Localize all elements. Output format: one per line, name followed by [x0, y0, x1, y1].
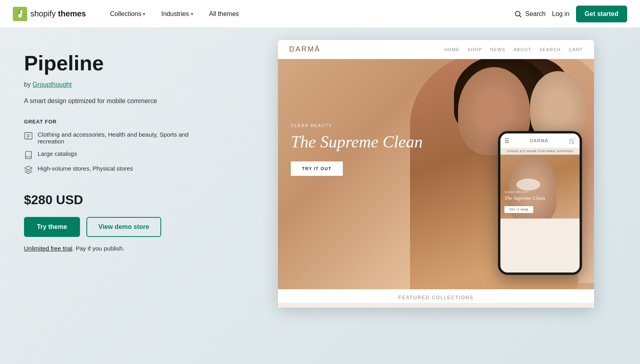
featured-collections-label: FEATURED COLLECTIONS — [278, 289, 594, 303]
page-content: Pipeline by Groupthought A smart design … — [0, 28, 640, 364]
mobile-hero-image: CLEAN BEAUTY The Supreme Clean TRY IT NO… — [500, 155, 580, 219]
theme-description: A smart design optimized for mobile comm… — [24, 96, 212, 106]
tag-icon — [24, 131, 33, 140]
collections-chevron-icon: ▾ — [143, 11, 145, 17]
free-trial-text: Unlimited free trial. Pay if you publish… — [24, 245, 212, 252]
store-nav: DARMĀ HOME SHOP NEWS ABOUT SEARCH CART — [278, 40, 594, 59]
login-link[interactable]: Log in — [552, 10, 570, 18]
mobile-hero-cta-button[interactable]: TRY IT NOW — [504, 206, 533, 213]
theme-preview: DARMĀ HOME SHOP NEWS ABOUT SEARCH CART — [278, 40, 594, 308]
industries-nav-item[interactable]: Industries ▾ — [153, 0, 201, 28]
hero-subtitle: CLEAN BEAUTY — [291, 123, 423, 128]
all-themes-nav-item[interactable]: All themes — [201, 0, 247, 28]
mobile-hero-title: The Supreme Clean — [504, 195, 545, 202]
hero-text-block: CLEAN BEAUTY The Supreme Clean TRY IT OU… — [291, 123, 423, 176]
nav-links: Collections ▾ Industries ▾ All themes — [102, 0, 514, 28]
store-hero: CLEAN BEAUTY The Supreme Clean TRY IT OU… — [278, 59, 594, 291]
svg-rect-3 — [25, 133, 32, 139]
main-nav: shopify themes Collections ▾ Industries … — [0, 0, 640, 28]
logo-text: shopify themes — [30, 9, 86, 18]
try-theme-button[interactable]: Try theme — [24, 217, 80, 237]
price-tag-icon — [24, 165, 33, 174]
great-for-item-2: High-volume stores, Physical stores — [24, 165, 212, 174]
search-link[interactable]: Search — [514, 10, 546, 18]
shopify-logo-icon — [13, 7, 27, 21]
theme-title: Pipeline — [24, 52, 212, 75]
mobile-promo: SPEND $75 MORE FOR FREE SHIPPING — [500, 148, 580, 155]
mobile-hero-subtitle: CLEAN BEAUTY — [504, 191, 545, 193]
price: $280 USD — [24, 193, 212, 207]
great-for-label: GREAT FOR — [24, 119, 212, 125]
logo[interactable]: shopify themes — [13, 7, 86, 21]
btn-row: Try theme View demo store — [24, 217, 212, 237]
mobile-hero-text: CLEAN BEAUTY The Supreme Clean TRY IT NO… — [504, 191, 545, 213]
mobile-preview: ☰ DARMĀ 🛒 SPEND $75 MORE FOR FREE SHIPPI… — [498, 131, 582, 275]
mobile-screen: ☰ DARMĀ 🛒 SPEND $75 MORE FOR FREE SHIPPI… — [500, 133, 580, 273]
mobile-cart-icon: 🛒 — [569, 137, 576, 144]
store-menu: HOME SHOP NEWS ABOUT SEARCH CART — [444, 47, 583, 52]
left-panel: Pipeline by Groupthought A smart design … — [0, 28, 232, 364]
great-for-item-1: Large catalogs — [24, 150, 212, 159]
nav-right: Search Log in Get started — [514, 6, 627, 22]
hero-cta-button[interactable]: TRY IT OUT — [291, 161, 343, 176]
get-started-button[interactable]: Get started — [576, 6, 627, 22]
industries-chevron-icon: ▾ — [191, 11, 193, 17]
book-icon — [24, 151, 33, 159]
mobile-hamburger-icon: ☰ — [504, 137, 510, 144]
mobile-cream-highlight — [516, 179, 540, 191]
free-trial-link[interactable]: Unlimited free trial — [24, 245, 72, 252]
svg-line-2 — [520, 15, 522, 17]
mobile-store-nav: ☰ DARMĀ 🛒 — [500, 133, 580, 148]
great-for-item-0: Clothing and accessories, Health and bea… — [24, 131, 212, 145]
great-for-list: Clothing and accessories, Health and bea… — [24, 131, 212, 180]
theme-author: by Groupthought — [24, 81, 212, 88]
author-link[interactable]: Groupthought — [32, 81, 72, 88]
view-demo-button[interactable]: View demo store — [86, 217, 161, 237]
right-panel: DARMĀ HOME SHOP NEWS ABOUT SEARCH CART — [232, 28, 640, 364]
hero-title: The Supreme Clean — [291, 132, 423, 152]
store-brand: DARMĀ — [289, 45, 321, 54]
svg-point-1 — [516, 11, 520, 16]
collections-nav-item[interactable]: Collections ▾ — [102, 0, 153, 28]
mobile-brand: DARMĀ — [530, 138, 548, 143]
search-icon — [514, 10, 522, 18]
